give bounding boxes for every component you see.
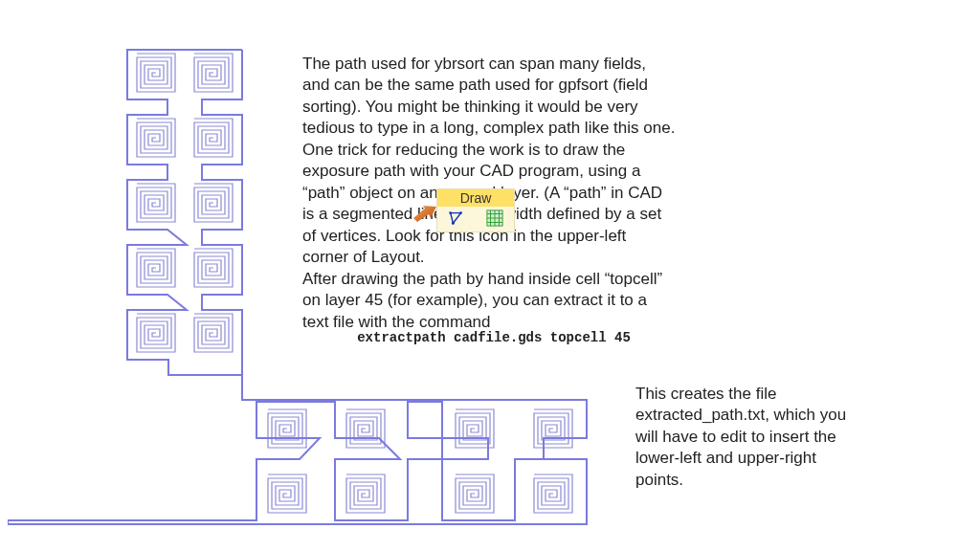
draw-palette: Draw <box>436 188 515 232</box>
svg-point-3 <box>452 222 455 225</box>
svg-point-1 <box>449 211 452 214</box>
hatch-tool-icon <box>486 209 503 227</box>
paragraph-3: This creates the file extracted_path.txt… <box>635 384 856 491</box>
draw-label: Draw <box>437 189 514 207</box>
paragraph-2: After drawing the path by hand inside ce… <box>302 269 666 333</box>
path-tool-icon <box>448 209 465 227</box>
paragraph-1: The path used for ybrsort can span many … <box>302 54 676 268</box>
svg-marker-0 <box>413 206 436 222</box>
arrow-icon <box>413 203 436 227</box>
svg-point-2 <box>459 211 462 214</box>
command-text: extractpath cadfile.gds topcell 45 <box>302 330 685 345</box>
